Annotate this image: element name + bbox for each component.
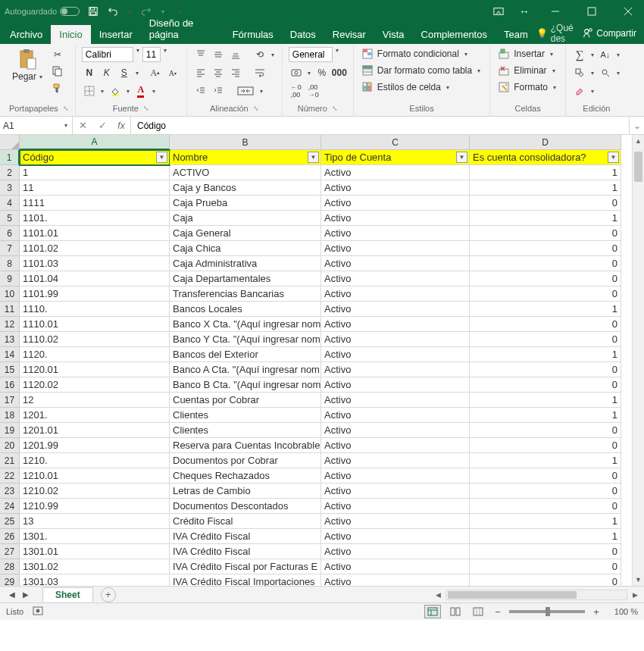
normal-view-icon[interactable]	[424, 605, 441, 618]
cell[interactable]: 1120.	[20, 347, 170, 362]
cell[interactable]: Activo	[321, 453, 470, 468]
cell[interactable]: 1210.	[20, 453, 170, 468]
cell[interactable]: Activo	[321, 499, 470, 514]
cell[interactable]: Reserva para Cuentas Incobrable	[170, 438, 321, 453]
fill-icon[interactable]	[572, 65, 587, 80]
cell[interactable]: Activo	[321, 317, 470, 332]
cell[interactable]: 0	[470, 484, 621, 499]
align-left-icon[interactable]	[193, 65, 208, 80]
scrollbar-thumb[interactable]	[448, 591, 577, 599]
font-color-icon[interactable]: A	[133, 83, 148, 99]
row-header[interactable]: 14	[0, 347, 20, 362]
increase-font-icon[interactable]: A▴	[148, 65, 163, 80]
cell[interactable]: IVA Crédito Fiscal	[170, 529, 321, 544]
name-box[interactable]: A1 ▾	[0, 117, 73, 134]
format-painter-icon[interactable]	[50, 80, 65, 95]
align-top-icon[interactable]	[193, 47, 208, 62]
spreadsheet-grid[interactable]: ABCD 12345678910111213141516171819202122…	[0, 135, 644, 587]
cell[interactable]: Caja	[170, 211, 321, 226]
cell[interactable]: Activo	[321, 423, 470, 438]
italic-button[interactable]: K	[99, 65, 114, 80]
row-header[interactable]: 20	[0, 438, 20, 453]
cell[interactable]: 1301.01	[20, 544, 170, 559]
autosum-icon[interactable]: ∑	[572, 47, 587, 62]
cell[interactable]: 0	[470, 438, 621, 453]
save-icon[interactable]	[87, 5, 99, 17]
cell[interactable]: 1	[20, 165, 170, 180]
chevron-down-icon[interactable]: ▾	[589, 88, 596, 95]
chevron-down-icon[interactable]: ▾	[63, 122, 69, 129]
hscroll-right-icon[interactable]: ▶	[629, 589, 641, 601]
cell[interactable]: Caja y Bancos	[170, 180, 321, 196]
cell[interactable]: Activo	[321, 241, 470, 256]
cell[interactable]: 1210.01	[20, 468, 170, 484]
cancel-formula-icon[interactable]: ✕	[73, 120, 92, 131]
row-header[interactable]: 16	[0, 377, 20, 393]
cell[interactable]: Activo	[321, 302, 470, 317]
row-header[interactable]: 10	[0, 286, 20, 302]
row-header[interactable]: 24	[0, 499, 20, 514]
chevron-down-icon[interactable]: ▾	[258, 88, 264, 95]
cell[interactable]: 1	[470, 453, 621, 468]
tab-diseno[interactable]: Diseño de página	[141, 14, 224, 44]
cell[interactable]: Activo	[321, 332, 470, 347]
cell[interactable]: Banco Y Cta. "(Aquí ingresar nom	[170, 332, 321, 347]
tab-formulas[interactable]: Fórmulas	[224, 25, 282, 44]
borders-icon[interactable]	[82, 83, 97, 99]
column-header[interactable]: B	[170, 135, 321, 150]
orientation-icon[interactable]: ⟲	[252, 47, 267, 62]
cell[interactable]: Documentos por Cobrar	[170, 453, 321, 468]
row-header[interactable]: 15	[0, 362, 20, 377]
cell[interactable]: Caja Administrativa	[170, 256, 321, 271]
undo-dropdown-icon[interactable]: ▾	[127, 8, 133, 15]
cell[interactable]: Activo	[321, 438, 470, 453]
clear-icon[interactable]	[572, 83, 587, 99]
cell[interactable]: Activo	[321, 347, 470, 362]
dialog-launcher-icon[interactable]: ⤡	[332, 105, 338, 112]
dialog-launcher-icon[interactable]: ⤡	[143, 105, 149, 112]
cell[interactable]: Clientes	[170, 423, 321, 438]
zoom-out-button[interactable]: −	[492, 606, 503, 618]
row-header[interactable]: 8	[0, 256, 20, 271]
cell[interactable]: Activo	[321, 377, 470, 393]
tab-archivo[interactable]: Archivo	[2, 25, 51, 44]
select-all-corner[interactable]	[0, 135, 20, 150]
cell[interactable]: 1210.02	[20, 484, 170, 499]
cell[interactable]: 0	[470, 271, 621, 286]
cell[interactable]: Caja General	[170, 226, 321, 241]
row-header[interactable]: 28	[0, 559, 20, 574]
comma-style-icon[interactable]: 000	[332, 65, 347, 80]
scroll-up-icon[interactable]: ▲	[633, 135, 644, 147]
table-header-cell[interactable]: Código▼	[20, 150, 170, 165]
align-middle-icon[interactable]	[211, 47, 226, 62]
maximize-button[interactable]	[580, 0, 603, 23]
format-as-table-button[interactable]: Dar formato como tabla ▾	[360, 64, 483, 77]
cell[interactable]: 1	[470, 211, 621, 226]
row-header[interactable]: 21	[0, 453, 20, 468]
bold-button[interactable]: N	[82, 65, 97, 80]
cell[interactable]: Activo	[321, 393, 470, 408]
decrease-decimal-icon[interactable]: ,00→0	[306, 83, 321, 99]
cell[interactable]: 1	[470, 529, 621, 544]
cells-area[interactable]: Código▼Nombre▼Tipo de Cuenta▼Es cuenta c…	[20, 150, 632, 586]
cell[interactable]: Activo	[321, 484, 470, 499]
cell[interactable]: 0	[470, 241, 621, 256]
row-header[interactable]: 25	[0, 514, 20, 529]
zoom-level-label[interactable]: 100 %	[608, 607, 638, 616]
horizontal-scrollbar[interactable]	[445, 590, 627, 600]
cell[interactable]: 1101.03	[20, 256, 170, 271]
increase-decimal-icon[interactable]: ←0,00	[289, 83, 304, 99]
chevron-down-icon[interactable]: ▾	[99, 88, 105, 95]
cell[interactable]: 1201.01	[20, 423, 170, 438]
row-header[interactable]: 2	[0, 165, 20, 180]
chevron-down-icon[interactable]: ▾	[589, 70, 596, 77]
column-header[interactable]: A	[20, 135, 170, 150]
chevron-down-icon[interactable]: ▾	[270, 52, 276, 58]
font-name-input[interactable]	[82, 47, 133, 62]
cell[interactable]: Cheques Rechazados	[170, 468, 321, 484]
table-header-cell[interactable]: Tipo de Cuenta▼	[321, 150, 470, 165]
chevron-down-icon[interactable]: ▾	[334, 47, 340, 62]
cell[interactable]: Crédito Fiscal	[170, 514, 321, 529]
dialog-launcher-icon[interactable]: ⤡	[253, 105, 259, 112]
chevron-down-icon[interactable]: ▾	[134, 70, 140, 77]
